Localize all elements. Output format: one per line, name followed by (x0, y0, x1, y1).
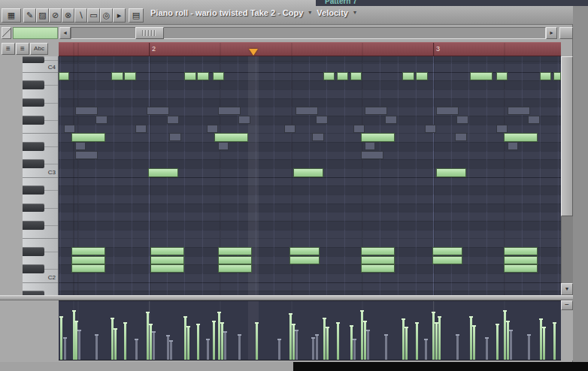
ghost-note[interactable] (312, 133, 324, 141)
velocity-bar[interactable] (64, 337, 66, 360)
ghost-note[interactable] (75, 151, 98, 159)
velocity-bar[interactable] (197, 324, 199, 360)
piano-key-white[interactable] (23, 151, 58, 160)
ghost-note[interactable] (316, 116, 328, 124)
piano-key-black[interactable] (23, 80, 44, 89)
velocity-bar[interactable] (316, 334, 318, 360)
ghost-note[interactable] (147, 107, 169, 115)
stamp-tool-button[interactable]: ▤ (129, 8, 144, 23)
ghost-note[interactable] (508, 107, 530, 115)
velocity-bar[interactable] (416, 322, 418, 360)
note[interactable] (124, 72, 136, 80)
velocity-bar[interactable] (221, 322, 223, 360)
velocity-bar[interactable] (78, 330, 80, 360)
velocity-bar[interactable] (289, 313, 292, 360)
velocity-bar[interactable] (438, 316, 441, 360)
piano-key-black[interactable] (23, 98, 44, 107)
velocity-bar[interactable] (312, 337, 314, 360)
note[interactable] (289, 256, 320, 264)
window-title[interactable]: Piano roll - wario twisted Take 2 - Copy (150, 8, 303, 17)
ghost-note[interactable] (436, 107, 459, 115)
velocity-bar[interactable] (95, 334, 98, 360)
mode-dropdown-icon[interactable]: ▾ (353, 9, 356, 16)
piano-key-black[interactable] (23, 221, 44, 230)
velocity-bar[interactable] (510, 330, 512, 360)
velocity-bar[interactable] (350, 325, 353, 360)
note[interactable] (361, 264, 395, 273)
note[interactable] (470, 72, 493, 80)
piano-key-white[interactable] (23, 212, 58, 221)
delete-tool-button[interactable]: ⊘ (49, 8, 62, 23)
note[interactable] (289, 247, 320, 255)
collapse-pane-button[interactable]: − (561, 300, 573, 310)
note[interactable] (361, 133, 395, 142)
ghost-note[interactable] (496, 125, 508, 133)
piano-roll-menu-button[interactable]: ▦ (2, 8, 21, 23)
piano-key-black[interactable] (23, 159, 44, 168)
velocity-bar[interactable] (60, 316, 62, 360)
note[interactable] (402, 72, 414, 80)
note[interactable] (496, 72, 508, 80)
velocity-bar[interactable] (114, 328, 117, 360)
note[interactable] (323, 72, 335, 80)
velocity-bar[interactable] (256, 322, 258, 360)
note[interactable] (150, 247, 184, 255)
velocity-bar[interactable] (364, 321, 366, 360)
velocity-bar[interactable] (213, 321, 215, 360)
ghost-note[interactable] (169, 133, 181, 141)
velocity-bar[interactable] (367, 330, 369, 360)
velocity-bar[interactable] (296, 330, 298, 360)
target-mode-selector[interactable]: Velocity (317, 8, 348, 17)
ghost-note[interactable] (75, 107, 98, 115)
piano-key-white[interactable] (23, 107, 58, 116)
piano-key-white[interactable] (23, 72, 58, 81)
note[interactable] (150, 264, 184, 273)
velocity-bar[interactable] (135, 339, 138, 360)
velocity-bar[interactable] (184, 316, 186, 360)
ghost-note[interactable] (218, 107, 241, 115)
note[interactable] (197, 72, 209, 80)
ghost-note[interactable] (455, 133, 467, 141)
zoom-grip[interactable] (2, 27, 11, 39)
velocity-bar[interactable] (187, 326, 189, 360)
note[interactable] (184, 72, 196, 80)
note[interactable] (218, 256, 252, 264)
ghost-note[interactable] (284, 125, 296, 133)
piano-key-black[interactable] (23, 204, 44, 213)
scrollbar-corner-button[interactable] (559, 27, 573, 39)
ghost-note[interactable] (528, 116, 540, 124)
velocity-bar[interactable] (326, 327, 329, 360)
velocity-bar[interactable] (456, 334, 459, 360)
piano-key-black[interactable] (23, 186, 44, 195)
note[interactable] (432, 247, 462, 255)
velocity-bar[interactable] (278, 339, 280, 360)
ghost-note[interactable] (238, 116, 250, 124)
ghost-note[interactable] (365, 107, 387, 115)
note[interactable] (432, 256, 462, 264)
timeline-ruler[interactable]: 23 (59, 42, 561, 56)
ghost-channels-button[interactable]: ≡ (16, 43, 29, 55)
note[interactable] (504, 256, 538, 264)
piano-key-black[interactable] (23, 247, 44, 256)
ghost-note[interactable] (64, 125, 75, 133)
note[interactable] (361, 247, 395, 255)
select-tool-button[interactable]: ▭ (87, 8, 100, 23)
note[interactable] (71, 247, 105, 255)
piano-key-white[interactable] (23, 238, 58, 247)
piano-key-white[interactable] (23, 177, 58, 186)
velocity-bar[interactable] (504, 310, 506, 360)
piano-key-white[interactable] (23, 195, 58, 204)
velocity-bar[interactable] (402, 318, 405, 360)
draw-tool-button[interactable]: ✎ (23, 8, 36, 23)
velocity-bar[interactable] (238, 334, 241, 360)
velocity-bar[interactable] (337, 322, 339, 360)
velocity-bar[interactable] (385, 334, 387, 360)
velocity-bar[interactable] (473, 325, 475, 360)
note[interactable] (504, 264, 538, 273)
velocity-bar[interactable] (147, 312, 149, 360)
velocity-bar[interactable] (75, 321, 77, 360)
scroll-left-button[interactable]: ◂ (59, 27, 71, 39)
scroll-right-button[interactable]: ▸ (546, 27, 557, 39)
note[interactable] (71, 264, 105, 273)
playhead-marker[interactable] (249, 49, 258, 56)
